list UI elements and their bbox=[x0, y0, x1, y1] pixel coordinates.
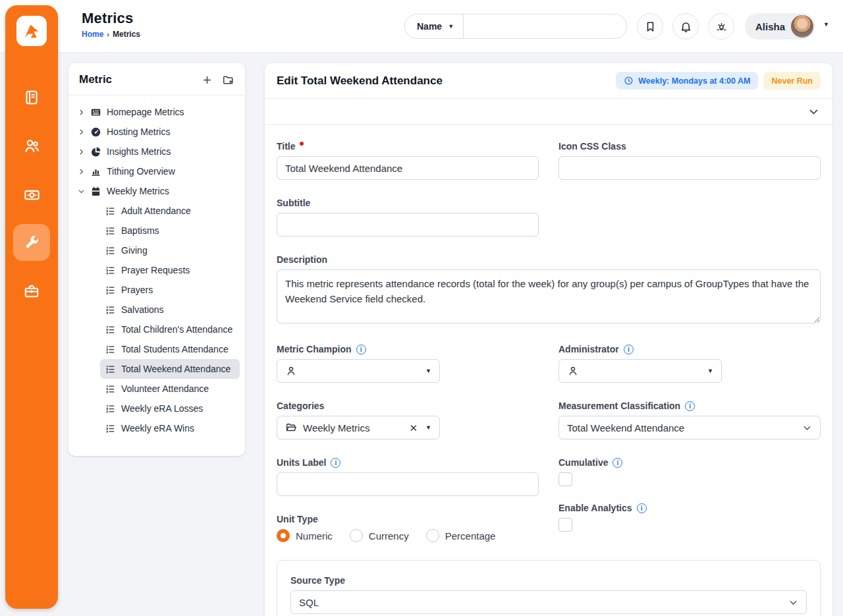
chevron-down-icon[interactable] bbox=[78, 188, 85, 195]
plus-icon bbox=[202, 74, 213, 86]
tree-item-label: Weekly eRA Wins bbox=[121, 423, 194, 434]
tree-item-weekly-metrics[interactable]: Weekly Metrics bbox=[74, 181, 240, 201]
chevron-down-icon bbox=[788, 598, 798, 607]
radio-currency[interactable]: Currency bbox=[350, 529, 409, 542]
tree-item-label: Weekly eRA Losses bbox=[121, 403, 203, 414]
wrench-icon bbox=[23, 234, 40, 251]
bookmarks-button[interactable] bbox=[637, 13, 663, 40]
bell-icon bbox=[680, 20, 692, 33]
icon-css-field[interactable] bbox=[558, 156, 821, 180]
tree-item-giving[interactable]: Giving bbox=[100, 240, 240, 260]
tree-item-label: Total Students Attendance bbox=[121, 344, 229, 354]
chevron-down-icon bbox=[808, 106, 819, 117]
categories-picker[interactable]: Weekly Metrics ✕ ▼ bbox=[277, 416, 440, 439]
notifications-button[interactable] bbox=[672, 13, 699, 40]
list-ol-icon bbox=[105, 325, 116, 335]
search-input[interactable] bbox=[464, 14, 626, 38]
source-type-value: SQL bbox=[299, 597, 319, 608]
caret-down-icon: ▼ bbox=[425, 368, 431, 374]
description-label: Description bbox=[277, 254, 821, 265]
subtitle-label: Subtitle bbox=[277, 198, 539, 208]
info-icon[interactable]: i bbox=[612, 458, 622, 468]
sidebar-item-tools[interactable] bbox=[13, 224, 50, 261]
radio-icon bbox=[350, 529, 363, 542]
info-icon[interactable]: i bbox=[356, 345, 366, 354]
breadcrumb-current: Metrics bbox=[113, 30, 140, 39]
unit-type-label: Unit Type bbox=[277, 514, 539, 524]
sidebar-item-people[interactable] bbox=[13, 127, 50, 164]
tree-item-total-weekend-attendance[interactable]: Total Weekend Attendance bbox=[100, 359, 240, 379]
unit-type-radio-group: Numeric Currency Percentage bbox=[277, 529, 539, 542]
description-field[interactable]: This metric represents attendance record… bbox=[277, 269, 821, 323]
tree-item-baptisms[interactable]: Baptisms bbox=[100, 221, 240, 240]
chevron-right-icon[interactable] bbox=[78, 128, 85, 136]
edit-panel-title: Edit Total Weekend Attendance bbox=[277, 74, 616, 88]
tree-item-tithing-overview[interactable]: Tithing Overview bbox=[74, 161, 240, 181]
user-menu[interactable]: Alisha bbox=[745, 13, 815, 40]
tree-item-homepage-metrics[interactable]: Homepage Metrics bbox=[74, 102, 240, 122]
tree-item-hosting-metrics[interactable]: Hosting Metrics bbox=[74, 122, 240, 142]
user-menu-caret-icon[interactable]: ▼ bbox=[823, 22, 829, 28]
tree-item-label: Volunteer Attendance bbox=[121, 383, 209, 394]
search-filter-dropdown[interactable]: Name ▼ bbox=[405, 14, 463, 38]
units-label-label: Units Labeli bbox=[277, 457, 539, 468]
tree-item-weekly-era-wins[interactable]: Weekly eRA Wins bbox=[100, 418, 240, 438]
enable-analytics-checkbox[interactable] bbox=[558, 518, 572, 532]
administrator-picker[interactable]: ▼ bbox=[558, 359, 722, 383]
newspaper-icon bbox=[90, 107, 101, 118]
info-icon[interactable]: i bbox=[624, 345, 634, 354]
measurement-classification-label: Measurement Classificationi bbox=[558, 401, 821, 411]
measurement-classification-select[interactable]: Total Weekend Attendance bbox=[558, 416, 821, 439]
folder-icon bbox=[285, 422, 297, 434]
radio-icon bbox=[426, 529, 439, 542]
tree-item-volunteer-attendance[interactable]: Volunteer Attendance bbox=[100, 379, 240, 399]
chevron-down-icon bbox=[802, 423, 812, 433]
info-icon[interactable]: i bbox=[331, 458, 340, 468]
breadcrumb: Home › Metrics bbox=[82, 30, 140, 39]
caret-down-icon: ▼ bbox=[707, 368, 713, 374]
list-ol-icon bbox=[105, 404, 116, 414]
tree-item-prayers[interactable]: Prayers bbox=[100, 280, 240, 300]
tree-item-salvations[interactable]: Salvations bbox=[100, 300, 240, 320]
sidebar-item-cms[interactable] bbox=[13, 79, 50, 116]
chevron-right-icon[interactable] bbox=[78, 168, 85, 175]
title-field[interactable] bbox=[277, 156, 539, 180]
add-metric-button[interactable] bbox=[202, 74, 213, 86]
sidebar-item-finance[interactable] bbox=[13, 176, 50, 213]
theme-toggle-button[interactable] bbox=[708, 13, 734, 40]
measurement-classification-value: Total Weekend Attendance bbox=[567, 422, 684, 434]
tree-item-label: Prayers bbox=[121, 285, 153, 295]
chevron-right-icon[interactable] bbox=[78, 109, 85, 116]
tree-item-adult-attendance[interactable]: Adult Attendance bbox=[100, 201, 240, 221]
tree-item-total-students-attendance[interactable]: Total Students Attendance bbox=[100, 339, 240, 359]
info-icon[interactable]: i bbox=[685, 401, 695, 411]
sidebar-item-work[interactable] bbox=[13, 273, 50, 310]
title-label: Title bbox=[277, 141, 539, 152]
cumulative-checkbox[interactable] bbox=[558, 472, 572, 486]
radio-percentage[interactable]: Percentage bbox=[426, 529, 496, 542]
metric-champion-label: Metric Championi bbox=[277, 344, 539, 354]
clear-category-icon[interactable]: ✕ bbox=[410, 423, 418, 433]
chevron-right-icon[interactable] bbox=[78, 148, 85, 155]
tree-item-insights-metrics[interactable]: Insights Metrics bbox=[74, 142, 240, 161]
schedule-badge-label: Weekly: Mondays at 4:00 AM bbox=[638, 76, 750, 86]
schedule-badge: Weekly: Mondays at 4:00 AM bbox=[616, 72, 758, 90]
tree-item-label: Total Weekend Attendance bbox=[121, 364, 231, 374]
tree-item-weekly-era-losses[interactable]: Weekly eRA Losses bbox=[100, 399, 240, 418]
tree-item-label: Salvations bbox=[121, 304, 164, 315]
info-icon[interactable]: i bbox=[637, 503, 647, 513]
sun-horizon-icon bbox=[715, 20, 728, 33]
options-collapse-bar[interactable] bbox=[265, 99, 832, 125]
subtitle-field[interactable] bbox=[277, 213, 539, 237]
add-category-button[interactable] bbox=[222, 74, 234, 86]
breadcrumb-home-link[interactable]: Home bbox=[82, 30, 103, 39]
rock-logo-icon bbox=[21, 20, 42, 42]
metric-champion-picker[interactable]: ▼ bbox=[277, 359, 440, 383]
app-logo[interactable] bbox=[16, 16, 47, 46]
tree-item-total-childrens-attendance[interactable]: Total Children's Attendance bbox=[100, 320, 240, 339]
source-type-select[interactable]: SQL bbox=[290, 590, 807, 614]
units-label-field[interactable] bbox=[277, 472, 539, 496]
categories-value: Weekly Metrics bbox=[303, 422, 410, 434]
radio-numeric[interactable]: Numeric bbox=[277, 529, 333, 542]
tree-item-prayer-requests[interactable]: Prayer Requests bbox=[100, 260, 240, 280]
